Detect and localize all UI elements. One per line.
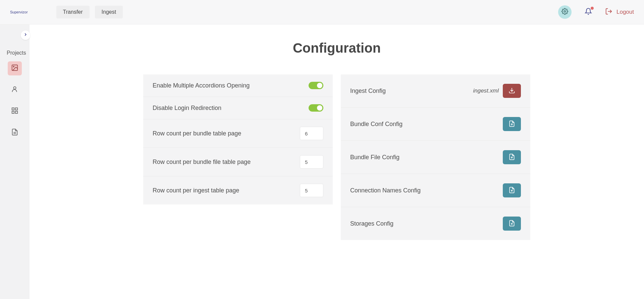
svg-point-3 — [13, 66, 14, 67]
setting-ingest-rows-row: Row count per ingest table page — [143, 176, 333, 204]
logout-label: Logout — [616, 9, 634, 15]
setting-accordions-row: Enable Multiple Accordions Opening — [143, 74, 333, 97]
svg-rect-8 — [15, 111, 17, 113]
sidebar: Projects — [0, 24, 30, 299]
config-bundle-conf-row: Bundle Conf Config — [341, 108, 530, 141]
configs-panel: Ingest Config ingest.xml — [341, 74, 530, 240]
svg-rect-7 — [12, 111, 14, 113]
config-label: Connection Names Config — [350, 187, 421, 194]
config-bundle-file-row: Bundle File Config — [341, 141, 530, 174]
bundle-file-rows-input[interactable] — [300, 155, 323, 169]
config-label: Storages Config — [350, 220, 393, 227]
svg-point-0 — [564, 11, 566, 12]
login-redirect-toggle[interactable] — [309, 104, 323, 112]
setting-label: Row count per ingest table page — [153, 187, 239, 194]
notification-dot — [591, 7, 594, 10]
config-label: Ingest Config — [350, 87, 386, 95]
setting-bundle-rows-row: Row count per bundle table page — [143, 119, 333, 148]
header-right: Logout — [558, 5, 634, 19]
config-label: Bundle File Config — [350, 154, 399, 161]
accordions-toggle[interactable] — [309, 82, 323, 89]
config-filename: ingest.xml — [473, 87, 499, 94]
setting-label: Disable Login Redirection — [153, 105, 221, 112]
sidebar-expand-toggle[interactable] — [21, 31, 30, 40]
setting-label: Row count per bundle file table page — [153, 159, 251, 166]
file-upload-icon — [508, 187, 515, 194]
upload-connection-names-button[interactable] — [503, 183, 521, 197]
image-icon — [11, 64, 18, 73]
logout-button[interactable]: Logout — [605, 8, 634, 17]
config-ingest-row: Ingest Config ingest.xml — [341, 74, 530, 108]
document-icon — [11, 128, 18, 137]
config-storages-row: Storages Config — [341, 207, 530, 240]
layout: Projects — [0, 24, 644, 299]
file-upload-icon — [508, 154, 515, 161]
svg-rect-6 — [15, 108, 17, 110]
upload-bundle-file-button[interactable] — [503, 150, 521, 164]
config-panels: Enable Multiple Accordions Opening Disab… — [143, 74, 530, 240]
svg-point-4 — [13, 87, 16, 89]
main-content: Configuration Enable Multiple Accordions… — [30, 24, 644, 299]
setting-label: Enable Multiple Accordions Opening — [153, 82, 250, 89]
gear-icon — [561, 8, 568, 16]
svg-rect-5 — [12, 108, 14, 110]
file-upload-icon — [508, 220, 515, 228]
sidebar-title: Projects — [7, 50, 26, 56]
ingest-rows-input[interactable] — [300, 184, 323, 197]
nav-buttons: Transfer Ingest — [56, 6, 123, 18]
upload-storages-button[interactable] — [503, 217, 521, 231]
sidebar-item-grid[interactable] — [8, 104, 22, 118]
download-ingest-config-button[interactable] — [503, 84, 521, 98]
sidebar-item-images[interactable] — [8, 61, 22, 75]
ingest-button[interactable]: Ingest — [95, 6, 123, 18]
sidebar-item-users[interactable] — [8, 83, 22, 97]
app-header: Supervizor Transfer Ingest — [0, 0, 644, 24]
notifications-button[interactable] — [582, 5, 595, 19]
logout-icon — [605, 8, 612, 17]
upload-bundle-conf-button[interactable] — [503, 117, 521, 131]
app-logo: Supervizor — [10, 10, 28, 14]
config-connection-names-row: Connection Names Config — [341, 174, 530, 207]
setting-bundle-file-rows-row: Row count per bundle file table page — [143, 148, 333, 176]
config-right: ingest.xml — [473, 84, 521, 98]
file-upload-icon — [508, 120, 515, 128]
config-label: Bundle Conf Config — [350, 121, 402, 128]
settings-button[interactable] — [558, 5, 572, 19]
user-icon — [11, 85, 18, 94]
chevron-right-icon — [23, 32, 28, 38]
sidebar-item-document[interactable] — [8, 126, 22, 140]
download-icon — [508, 87, 515, 95]
setting-login-redirect-row: Disable Login Redirection — [143, 97, 333, 119]
page-title: Configuration — [293, 41, 381, 56]
settings-panel: Enable Multiple Accordions Opening Disab… — [143, 74, 333, 240]
setting-label: Row count per bundle table page — [153, 130, 241, 137]
bundle-rows-input[interactable] — [300, 127, 323, 140]
grid-icon — [11, 107, 18, 116]
transfer-button[interactable]: Transfer — [56, 6, 90, 18]
